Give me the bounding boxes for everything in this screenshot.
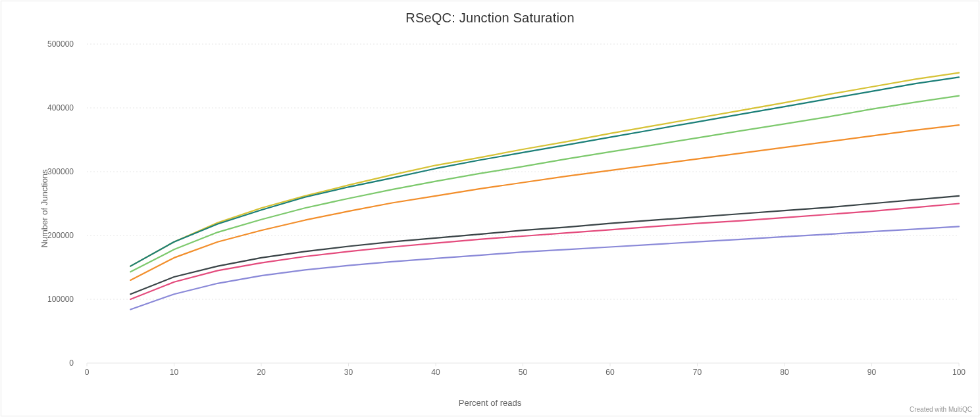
x-tick-label: 70 [693,368,702,377]
x-tick-label: 50 [519,368,528,377]
x-tick-label: 90 [867,368,877,377]
chart-title: RSeQC: Junction Saturation [1,11,979,26]
y-tick-label: 200000 [47,231,74,240]
x-tick-label: 0 [85,368,90,377]
y-tick-label: 500000 [47,39,74,49]
y-tick-label: 100000 [47,295,74,304]
chart-credits: Created with MultiQC [910,406,972,413]
series-sample-purple[interactable] [130,226,959,309]
x-tick-label: 60 [606,368,615,377]
chart-frame: RSeQC: Junction Saturation Number of Jun… [1,1,979,416]
series-sample-yellow[interactable] [130,73,959,266]
x-axis-label: Percent of reads [1,398,979,408]
x-tick-label: 80 [780,368,789,377]
plot-area[interactable]: 0100000200000300000400000500000010203040… [80,37,966,376]
series-sample-lightgreen[interactable] [130,96,959,272]
y-tick-label: 0 [69,358,74,368]
line-chart-svg: 0100000200000300000400000500000010203040… [80,37,966,376]
y-tick-label: 400000 [47,103,74,112]
x-tick-label: 40 [431,368,440,377]
x-tick-label: 30 [344,368,353,377]
y-tick-label: 300000 [47,167,74,176]
x-tick-label: 10 [170,368,179,377]
x-tick-label: 100 [952,368,966,377]
x-tick-label: 20 [257,368,266,377]
